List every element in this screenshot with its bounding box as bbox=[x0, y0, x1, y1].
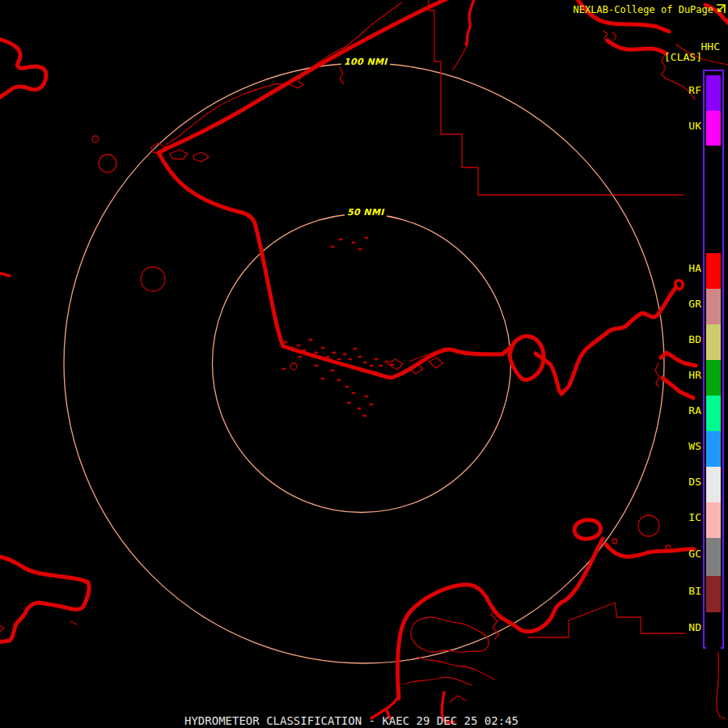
coastline-top-right bbox=[607, 40, 666, 53]
legend-label-nd: ND bbox=[672, 621, 701, 634]
legend-label-rf: RF bbox=[672, 84, 701, 97]
coastline-east bbox=[535, 287, 676, 394]
legend-seg-ds bbox=[706, 467, 721, 502]
legend-label-bi: BI bbox=[672, 585, 701, 598]
coast-detail bbox=[655, 363, 659, 387]
legend-label-ws: WS bbox=[672, 440, 701, 453]
legend-seg-nd bbox=[706, 612, 721, 649]
coast-squiggle bbox=[466, 0, 475, 44]
range-ring-100-label: 100 NMI bbox=[341, 56, 390, 68]
legend-seg-rf bbox=[706, 75, 721, 111]
lake-circle bbox=[638, 515, 659, 536]
product-code: HHC bbox=[701, 40, 720, 53]
lake-inner-shore bbox=[417, 657, 494, 679]
lake-circle bbox=[99, 154, 116, 172]
lake-circle bbox=[290, 363, 297, 370]
island-speckles bbox=[283, 238, 393, 416]
legend-label-gr: GR bbox=[672, 298, 701, 311]
lake-circle bbox=[92, 136, 99, 142]
brand-title: NEXLAB-College of DuPage bbox=[574, 3, 713, 16]
product-classification-tag: [CLAS] bbox=[664, 51, 702, 64]
coast-detail bbox=[453, 44, 468, 70]
legend-label-bd: BD bbox=[672, 333, 701, 346]
legend-seg-gc bbox=[706, 538, 721, 576]
radar-map bbox=[0, 0, 728, 728]
map-detail-layer bbox=[0, 0, 728, 719]
coast-detail bbox=[0, 621, 77, 633]
coast-detail bbox=[340, 67, 344, 84]
legend-seg-uk bbox=[706, 111, 721, 146]
legend-seg-ic bbox=[706, 502, 721, 538]
legend-seg-ws bbox=[706, 431, 721, 467]
legend-seg-ha bbox=[706, 253, 721, 289]
legend-seg-ra bbox=[706, 396, 721, 431]
lake-loop-bottom bbox=[574, 520, 600, 539]
legend-label-ds: DS bbox=[672, 476, 701, 489]
coastline-layer bbox=[0, 0, 728, 722]
legend-label-uk: UK bbox=[672, 120, 701, 133]
island-left-edge bbox=[0, 39, 46, 99]
coast-detail-right-edge bbox=[717, 652, 726, 719]
legend-label-ra: RA bbox=[672, 404, 701, 417]
lake-inner-shore bbox=[404, 677, 472, 702]
coastline-central bbox=[159, 153, 512, 378]
legend-label-hr: HR bbox=[672, 369, 701, 382]
coastline-bottom-bay bbox=[398, 539, 603, 698]
range-ring-50 bbox=[213, 214, 511, 513]
lake-circle bbox=[612, 539, 617, 544]
legend-seg-bd bbox=[706, 324, 721, 360]
coast-tip-hook bbox=[675, 281, 683, 290]
coastline-right-edge bbox=[661, 353, 696, 366]
legend-label-gc: GC bbox=[672, 548, 701, 561]
coast-dash-left bbox=[0, 273, 10, 276]
island-bottom-left bbox=[0, 557, 89, 642]
cod-logo-icon bbox=[715, 3, 726, 15]
status-bar: HYDROMETEOR CLASSIFICATION - KAEC 29 DEC… bbox=[184, 714, 518, 727]
range-ring-50-label: 50 NMI bbox=[345, 206, 387, 218]
legend-seg-hr bbox=[706, 360, 721, 396]
coastline-nw-diagonal bbox=[159, 0, 450, 153]
lake-circle bbox=[141, 267, 165, 291]
legend-label-ha: HA bbox=[672, 262, 701, 275]
legend-label-ic: IC bbox=[672, 511, 701, 524]
lake-inner-shore bbox=[411, 617, 489, 652]
legend-bar bbox=[703, 70, 724, 649]
legend-seg-bi bbox=[706, 576, 721, 612]
radar-canvas[interactable]: NEXLAB-College of DuPage HHC [CLAS] 100 … bbox=[0, 0, 728, 728]
legend-seg-gr bbox=[706, 289, 721, 324]
county-boundary-stairs-top bbox=[429, 0, 684, 195]
